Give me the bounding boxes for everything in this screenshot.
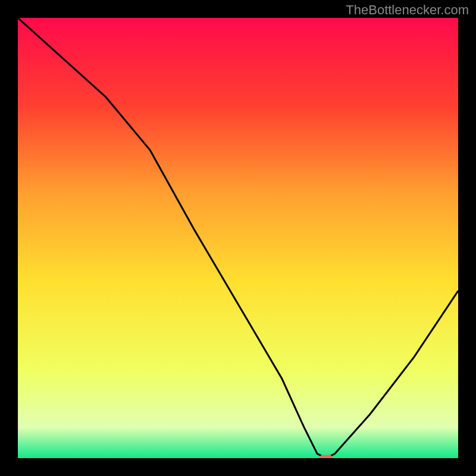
chart-container: TheBottlenecker.com <box>0 0 476 476</box>
optimal-marker <box>320 455 333 459</box>
plot-area <box>18 18 458 458</box>
chart-svg <box>18 18 458 458</box>
watermark-text: TheBottlenecker.com <box>346 2 469 18</box>
gradient-background <box>18 18 458 458</box>
